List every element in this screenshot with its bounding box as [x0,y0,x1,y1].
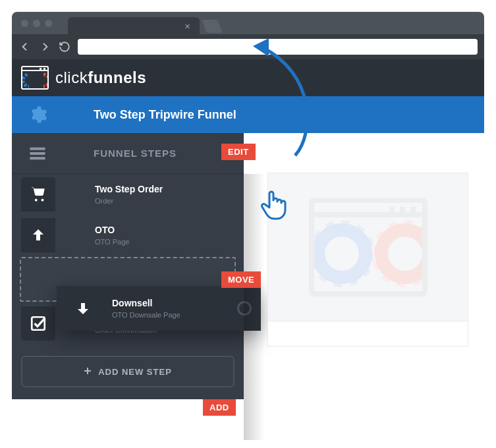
step-title: Two Step Order [95,184,163,194]
step-downsell-dragging[interactable]: Downsell OTO Downsale Page [57,286,261,331]
page-preview-card[interactable] [267,173,468,347]
app-header: clickfunnels [12,59,484,96]
window-zoom-dot[interactable] [45,20,52,27]
svg-rect-6 [30,157,45,159]
svg-point-16 [318,230,366,277]
sidebar-header: FUNNEL STEPS [12,133,244,174]
svg-rect-9 [32,317,45,330]
arrow-down-icon [66,291,100,325]
svg-point-8 [41,199,44,202]
plus-icon [84,367,92,377]
browser-window: × [12,12,484,436]
step-subtitle: OTO Downsale Page [112,311,180,319]
preview-footer [268,321,468,346]
funnel-steps-sidebar: FUNNEL STEPS Two Step Order Order [12,133,244,399]
browser-toolbar [12,34,484,59]
step-title: OTO [95,225,129,235]
tab-close-icon[interactable]: × [184,20,190,32]
brand-name: clickfunnels [55,69,146,87]
url-bar[interactable] [78,39,478,55]
svg-point-0 [23,74,35,86]
svg-rect-11 [84,370,91,372]
page-thumbnail [268,173,468,321]
back-button[interactable] [18,40,32,53]
gear-icon[interactable] [12,105,63,125]
browser-titlebar: × [12,12,484,34]
step-title: Downsell [112,298,180,308]
svg-point-7 [35,199,38,202]
brand-logo-icon [21,66,49,90]
reload-button[interactable] [58,40,71,53]
add-new-step-button[interactable]: ADD NEW STEP [21,356,234,387]
window-close-dot[interactable] [21,20,28,27]
cart-icon [21,177,55,211]
svg-rect-4 [30,147,45,150]
funnel-title: Two Step Tripwire Funnel [94,108,236,122]
content-area: FUNNEL STEPS Two Step Order Order [12,133,484,436]
window-controls[interactable] [21,20,52,27]
arrow-up-icon [21,218,55,252]
step-subtitle: OTO Page [95,238,129,246]
add-callout-tag: ADD [203,399,236,416]
step-two-step-order[interactable]: Two Step Order Order [12,174,244,215]
checkbox-icon [21,306,55,341]
new-tab-button[interactable] [202,20,222,33]
svg-rect-5 [30,152,45,154]
sidebar-heading: FUNNEL STEPS [94,148,177,159]
funnel-title-bar: Two Step Tripwire Funnel [12,96,484,133]
forward-button[interactable] [38,40,51,53]
add-step-label: ADD NEW STEP [98,367,172,377]
edit-callout-tag: EDIT [221,144,256,160]
move-callout-tag: MOVE [221,271,261,288]
step-oto[interactable]: OTO OTO Page [12,215,244,256]
step-subtitle: Order [95,197,163,205]
menu-icon[interactable] [12,144,63,163]
svg-point-1 [38,74,49,86]
window-minimize-dot[interactable] [33,20,40,27]
svg-point-19 [381,230,427,277]
brand-logo[interactable]: clickfunnels [21,66,146,90]
preview-canvas [244,133,484,362]
browser-tab[interactable]: × [68,17,200,34]
